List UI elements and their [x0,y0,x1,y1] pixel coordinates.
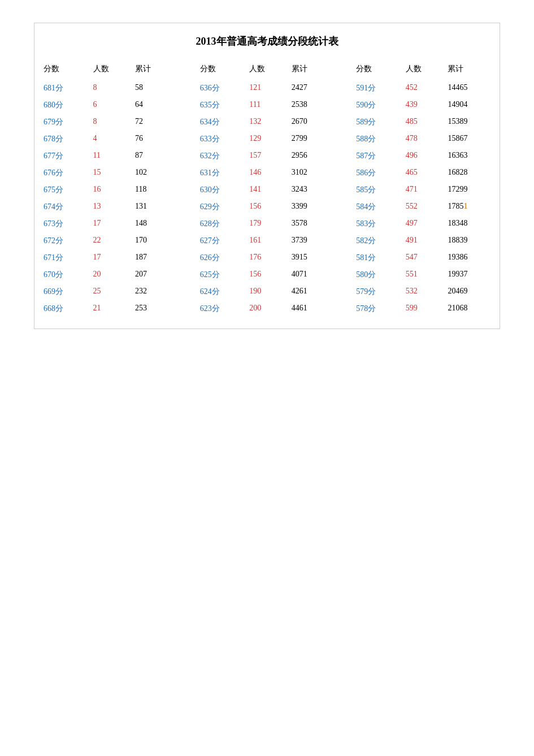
cumul-col-1: 64 [132,97,174,114]
table-row: 678分476633分1292799588分47815867 [40,131,494,148]
count-col-3: 532 [402,283,445,300]
spacer-2 [330,249,353,266]
score-col-2: 628分 [197,215,246,232]
spacer-2 [330,232,353,249]
header-count-2: 人数 [246,59,288,80]
count-col-3: 439 [402,97,445,114]
cumul-col-1: 118 [132,182,174,198]
count-col-1: 22 [90,232,132,249]
table-row: 677分1187632分1572956587分49616363 [40,148,494,165]
count-col-1: 17 [90,215,132,232]
cumul-col-2: 2427 [288,80,331,97]
score-col-2: 633分 [197,131,246,148]
count-col-3: 452 [402,80,445,97]
count-col-2: 141 [246,182,288,198]
count-col-1: 8 [90,114,132,131]
count-col-2: 111 [246,97,288,114]
count-col-3: 471 [402,182,445,198]
score-col-1: 672分 [40,232,90,249]
count-col-2: 132 [246,114,288,131]
score-col-3: 583分 [353,215,402,232]
spacer-2 [330,300,353,317]
cumul-col-3: 19386 [444,249,494,266]
table-title: 2013年普通高考成绩分段统计表 [40,34,494,48]
score-col-2: 636分 [197,80,246,97]
score-col-2: 623分 [197,300,246,317]
header-spacer-1 [174,59,197,80]
cumul-col-3: 15389 [444,114,494,131]
count-col-3: 551 [402,266,445,283]
score-col-2: 631分 [197,165,246,182]
cumul-col-3: 20469 [444,283,494,300]
spacer-1 [174,300,197,317]
score-col-1: 678分 [40,131,90,148]
table-row: 673分17148628分1793578583分49718348 [40,215,494,232]
page-container: 2013年普通高考成绩分段统计表 分数 人数 累计 分数 人数 累计 分数 人数… [0,0,534,756]
cumul-col-2: 3739 [288,232,331,249]
spacer-2 [330,283,353,300]
cumul-col-2: 4261 [288,283,331,300]
count-col-3: 465 [402,165,445,182]
cumul-col-3: 17299 [444,182,494,198]
score-col-1: 677分 [40,148,90,165]
count-col-2: 200 [246,300,288,317]
score-col-1: 668分 [40,300,90,317]
cumul-col-1: 232 [132,283,174,300]
spacer-1 [174,165,197,182]
header-score-1: 分数 [40,59,90,80]
spacer-1 [174,148,197,165]
header-score-3: 分数 [353,59,402,80]
count-col-3: 478 [402,131,445,148]
header-spacer-2 [330,59,353,80]
score-col-3: 584分 [353,198,402,215]
score-col-1: 676分 [40,165,90,182]
cumul-col-1: 148 [132,215,174,232]
score-col-2: 630分 [197,182,246,198]
header-row: 分数 人数 累计 分数 人数 累计 分数 人数 累计 [40,59,494,80]
table-row: 672分22170627分1613739582分49118839 [40,232,494,249]
count-col-3: 497 [402,215,445,232]
spacer-2 [330,182,353,198]
spacer-2 [330,148,353,165]
score-col-2: 629分 [197,198,246,215]
count-col-2: 179 [246,215,288,232]
cumul-col-3: 19937 [444,266,494,283]
score-col-2: 624分 [197,283,246,300]
cumul-col-2: 2956 [288,148,331,165]
score-col-1: 680分 [40,97,90,114]
score-col-3: 579分 [353,283,402,300]
cumul-col-1: 207 [132,266,174,283]
table-row: 669分25232624分1904261579分53220469 [40,283,494,300]
cumul-col-3: 21068 [444,300,494,317]
spacer-2 [330,215,353,232]
score-col-3: 588分 [353,131,402,148]
table-row: 680分664635分1112538590分43914904 [40,97,494,114]
count-col-2: 176 [246,249,288,266]
cumul-col-3: 16363 [444,148,494,165]
score-col-2: 626分 [197,249,246,266]
count-col-1: 6 [90,97,132,114]
table-row: 681分858636分1212427591分45214465 [40,80,494,97]
count-col-2: 161 [246,232,288,249]
cumul-col-2: 3915 [288,249,331,266]
header-score-2: 分数 [197,59,246,80]
table-body: 681分858636分1212427591分45214465680分664635… [40,80,494,317]
cumul-col-2: 2799 [288,131,331,148]
spacer-2 [330,97,353,114]
header-count-3: 人数 [402,59,445,80]
cumul-col-3: 17851 [444,198,494,215]
spacer-1 [174,80,197,97]
cumul-col-3: 14465 [444,80,494,97]
spacer-1 [174,131,197,148]
score-col-3: 582分 [353,232,402,249]
score-col-1: 681分 [40,80,90,97]
cumul-col-2: 3578 [288,215,331,232]
spacer-1 [174,249,197,266]
table-row: 674分13131629分1563399584分55217851 [40,198,494,215]
header-cumul-2: 累计 [288,59,331,80]
score-col-2: 632分 [197,148,246,165]
cumul-col-3: 16828 [444,165,494,182]
count-col-2: 129 [246,131,288,148]
cumul-col-2: 3102 [288,165,331,182]
spacer-1 [174,114,197,131]
